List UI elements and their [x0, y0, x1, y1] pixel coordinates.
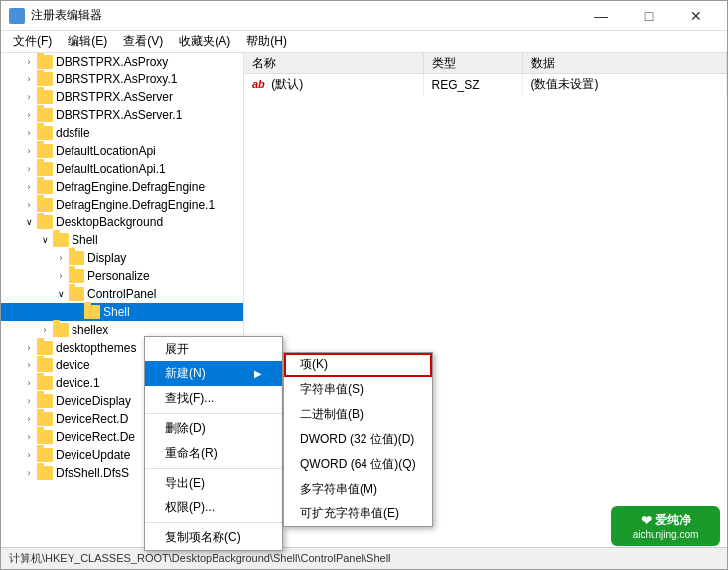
tree-item-ddsfile[interactable]: › ddsfile: [1, 124, 243, 142]
folder-icon: [84, 305, 100, 319]
context-menu-permissions[interactable]: 权限(P)...: [145, 496, 282, 520]
minimize-button[interactable]: —: [578, 1, 624, 31]
window-title: 注册表编辑器: [31, 7, 578, 24]
submenu-multistring[interactable]: 多字符串值(M): [284, 477, 432, 501]
context-menu-expand[interactable]: 展开: [145, 337, 282, 361]
submenu-qword[interactable]: QWORD (64 位值)(Q): [284, 452, 432, 477]
tree-item-defragengine[interactable]: › DefragEngine.DefragEngine: [1, 178, 243, 196]
row-data: (数值未设置): [522, 74, 727, 96]
context-menu-copyname-label: 复制项名称(C): [165, 529, 241, 546]
col-type[interactable]: 类型: [423, 53, 522, 74]
menu-edit[interactable]: 编辑(E): [60, 31, 115, 52]
menu-view[interactable]: 查看(V): [115, 31, 171, 52]
title-bar-buttons: — □ ✕: [578, 1, 719, 31]
tree-item-label: DBRSTPRX.AsServer.1: [56, 108, 243, 122]
table-row[interactable]: ab (默认) REG_SZ (数值未设置): [244, 74, 727, 96]
menu-help[interactable]: 帮助(H): [238, 31, 295, 52]
menu-file[interactable]: 文件(F): [5, 31, 60, 52]
tree-item-defaultlocationapi1[interactable]: › DefaultLocationApi.1: [1, 160, 243, 178]
tree-toggle: [69, 304, 84, 320]
tree-item-personalize[interactable]: › Personalize: [1, 267, 243, 285]
context-menu-export-label: 导出(E): [165, 475, 205, 492]
tree-toggle: ›: [21, 447, 37, 463]
watermark-brand: 爱纯净: [655, 512, 691, 529]
separator2: [145, 468, 282, 469]
tree-item-shell-desktop[interactable]: ∨ Shell: [1, 231, 243, 249]
folder-icon: [37, 341, 53, 355]
tree-toggle: ›: [21, 393, 37, 409]
tree-toggle: ›: [21, 375, 37, 391]
tree-item-desktopbackground[interactable]: ∨ DesktopBackground: [1, 214, 243, 231]
tree-item-label: Display: [87, 251, 243, 265]
folder-icon: [37, 144, 53, 158]
tree-item-dbrstprx-asserver1[interactable]: › DBRSTPRX.AsServer.1: [1, 106, 243, 124]
separator3: [145, 522, 282, 523]
folder-icon-open: [37, 215, 53, 229]
submenu-key[interactable]: 项(K): [284, 353, 432, 377]
tree-item-controlpanel[interactable]: ∨ ControlPanel: [1, 285, 243, 303]
col-data[interactable]: 数据: [522, 53, 727, 74]
submenu-binary[interactable]: 二进制值(B): [284, 402, 432, 427]
tree-toggle: ›: [21, 465, 37, 481]
tree-item-dbrstprx-asserver[interactable]: › DBRSTPRX.AsServer: [1, 88, 243, 106]
submenu-qword-label: QWORD (64 位值)(Q): [300, 457, 416, 471]
close-button[interactable]: ✕: [673, 1, 719, 31]
title-bar: 注册表编辑器 — □ ✕: [1, 1, 727, 31]
folder-icon-open: [69, 287, 84, 301]
folder-icon: [37, 358, 53, 372]
tree-item-label: ControlPanel: [87, 287, 243, 301]
context-menu-find-label: 查找(F)...: [165, 390, 214, 407]
watermark: ❤ 爱纯净 aichunjing.com: [611, 506, 720, 546]
folder-icon: [37, 448, 53, 462]
folder-icon: [37, 180, 53, 194]
tree-toggle: ›: [21, 411, 37, 427]
tree-toggle: ›: [21, 429, 37, 445]
context-menu-rename[interactable]: 重命名(R): [145, 441, 282, 466]
folder-icon: [37, 394, 53, 408]
tree-toggle: ›: [53, 268, 69, 284]
tree-item-defragengine1[interactable]: › DefragEngine.DefragEngine.1: [1, 196, 243, 214]
tree-item-label: shellex: [72, 323, 243, 337]
tree-item-defaultlocationapi[interactable]: › DefaultLocationApi: [1, 142, 243, 160]
tree-toggle: ›: [21, 357, 37, 373]
context-menu-delete[interactable]: 删除(D): [145, 416, 282, 441]
context-menu-export[interactable]: 导出(E): [145, 471, 282, 496]
context-menu-permissions-label: 权限(P)...: [165, 499, 215, 516]
folder-icon: [37, 466, 53, 480]
submenu-string[interactable]: 字符串值(S): [284, 377, 432, 402]
tree-item-label: Shell: [103, 305, 243, 319]
tree-item-shell-controlpanel[interactable]: Shell: [1, 303, 243, 321]
folder-icon: [37, 126, 53, 140]
submenu-expandstring-label: 可扩充字符串值(E): [300, 506, 399, 520]
folder-icon: [37, 72, 53, 86]
menu-favorites[interactable]: 收藏夹(A): [171, 31, 238, 52]
tree-toggle: ›: [21, 54, 37, 70]
submenu-arrow: ▶: [254, 368, 262, 379]
context-menu-new-label: 新建(N): [165, 365, 206, 382]
context-menu-new[interactable]: 新建(N) ▶: [145, 361, 282, 386]
submenu-dword-label: DWORD (32 位值)(D): [300, 432, 414, 446]
tree-toggle: ›: [21, 125, 37, 141]
tree-toggle: ∨: [21, 214, 37, 230]
tree-item-dbrstprx-asproxy[interactable]: › DBRSTPRX.AsProxy: [1, 53, 243, 71]
col-name[interactable]: 名称: [244, 53, 423, 74]
context-menu-find[interactable]: 查找(F)...: [145, 386, 282, 411]
context-menu-copyname[interactable]: 复制项名称(C): [145, 525, 282, 550]
folder-icon: [53, 323, 69, 337]
maximize-button[interactable]: □: [626, 1, 671, 31]
tree-item-label: DefaultLocationApi.1: [56, 162, 243, 176]
context-menu-rename-label: 重命名(R): [165, 445, 218, 462]
row-type: REG_SZ: [423, 74, 522, 96]
tree-toggle: ›: [53, 250, 69, 266]
tree-toggle: ∨: [53, 286, 69, 302]
tree-item-label: DefaultLocationApi: [56, 144, 243, 158]
tree-toggle: ›: [21, 107, 37, 123]
tree-item-dbrstprx-asproxy1[interactable]: › DBRSTPRX.AsProxy.1: [1, 71, 243, 88]
tree-item-display[interactable]: › Display: [1, 249, 243, 267]
submenu-dword[interactable]: DWORD (32 位值)(D): [284, 427, 432, 452]
context-menu: 展开 新建(N) ▶ 查找(F)... 删除(D) 重命名(R) 导出(E) 权…: [144, 336, 283, 551]
submenu-expandstring[interactable]: 可扩充字符串值(E): [284, 501, 432, 526]
row-name-label: (默认): [271, 77, 303, 91]
tree-toggle: ›: [21, 340, 37, 356]
tree-item-label: Personalize: [87, 269, 243, 283]
